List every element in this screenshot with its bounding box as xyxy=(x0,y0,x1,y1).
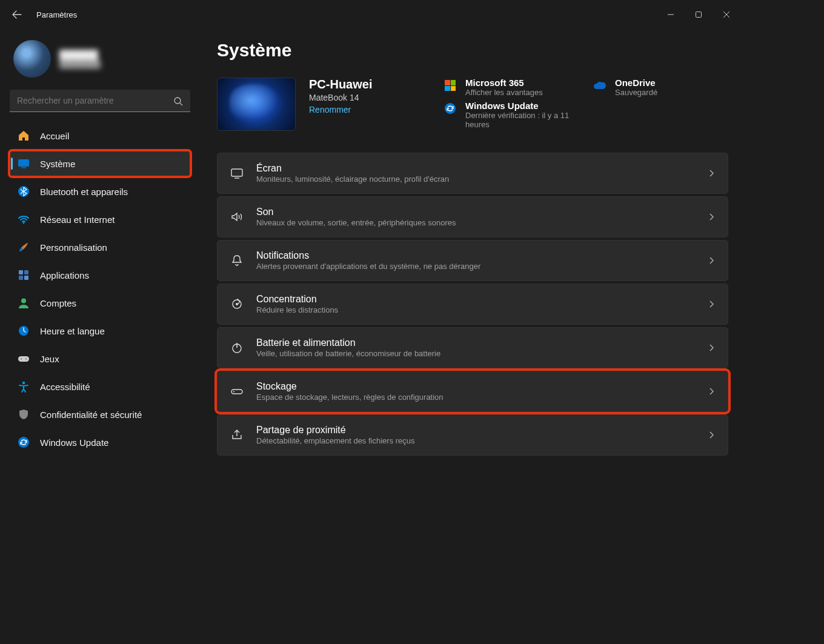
settings-list: Écran Moniteurs, luminosité, éclairage n… xyxy=(217,153,728,456)
setting-sub: Moniteurs, luminosité, éclairage nocturn… xyxy=(256,174,695,184)
profile-section[interactable]: ██████ ████████ xyxy=(10,35,190,90)
minimize-button[interactable] xyxy=(657,5,685,24)
chevron-right-icon xyxy=(707,213,716,221)
svg-rect-12 xyxy=(18,356,29,362)
power-icon xyxy=(230,340,244,355)
gamepad-icon xyxy=(17,352,30,365)
svg-rect-9 xyxy=(24,276,28,280)
status-sub: Afficher les avantages xyxy=(465,88,543,97)
device-name: PC-Huawei xyxy=(309,78,430,91)
setting-notifications[interactable]: Notifications Alertes provenant d'applic… xyxy=(217,240,728,281)
sidebar-item-label: Bluetooth et appareils xyxy=(40,187,128,197)
setting-sound[interactable]: Son Niveaux de volume, sortie, entrée, p… xyxy=(217,196,728,237)
focus-icon xyxy=(230,297,244,311)
maximize-icon xyxy=(695,11,702,18)
sidebar-item-personalization[interactable]: Personnalisation xyxy=(10,234,190,260)
bluetooth-icon xyxy=(17,185,30,198)
avatar xyxy=(13,40,51,78)
sidebar-item-privacy[interactable]: Confidentialité et sécurité xyxy=(10,402,190,427)
setting-title: Concentration xyxy=(256,294,695,305)
sidebar-item-accessibility[interactable]: Accessibilité xyxy=(10,374,190,399)
svg-rect-8 xyxy=(19,276,23,280)
sidebar-item-label: Confidentialité et sécurité xyxy=(40,410,142,420)
setting-sub: Veille, utilisation de batterie, économi… xyxy=(256,349,695,358)
svg-rect-2 xyxy=(18,159,29,167)
svg-rect-18 xyxy=(231,169,242,176)
setting-sub: Espace de stockage, lecteurs, règles de … xyxy=(256,393,695,402)
svg-rect-0 xyxy=(696,12,702,18)
sidebar-item-apps[interactable]: Applications xyxy=(10,262,190,288)
search-box[interactable] xyxy=(10,90,190,112)
device-model: MateBook 14 xyxy=(309,93,430,102)
svg-point-17 xyxy=(445,103,456,114)
status-sub: Sauvegardé xyxy=(615,88,657,97)
clock-globe-icon xyxy=(17,324,30,337)
page-title: Système xyxy=(217,40,728,61)
device-thumbnail[interactable] xyxy=(217,78,296,131)
close-button[interactable] xyxy=(713,5,740,24)
sidebar-item-gaming[interactable]: Jeux xyxy=(10,346,190,371)
status-onedrive[interactable]: OneDrive Sauvegardé xyxy=(593,78,728,97)
search-input[interactable] xyxy=(10,90,190,112)
setting-sub: Détectabilité, emplacement des fichiers … xyxy=(256,436,695,445)
sidebar-item-label: Accessibilité xyxy=(40,382,90,392)
sync-icon xyxy=(17,436,30,449)
sidebar-item-label: Accueil xyxy=(40,131,69,141)
sidebar-item-system[interactable]: Système xyxy=(10,151,190,176)
share-icon xyxy=(230,428,244,442)
svg-point-23 xyxy=(233,391,234,393)
sidebar-item-label: Heure et langue xyxy=(40,326,105,336)
home-icon xyxy=(17,129,30,142)
person-icon xyxy=(17,296,30,310)
svg-rect-3 xyxy=(21,167,26,168)
status-windows-update[interactable]: Windows Update Dernière vérification : i… xyxy=(444,101,579,129)
setting-title: Stockage xyxy=(256,381,695,392)
status-microsoft-365[interactable]: Microsoft 365 Afficher les avantages xyxy=(444,78,579,97)
shield-icon xyxy=(17,408,30,421)
sound-icon xyxy=(230,210,244,224)
setting-focus[interactable]: Concentration Réduire les distractions xyxy=(217,284,728,325)
svg-point-14 xyxy=(25,359,27,360)
wifi-icon xyxy=(17,213,30,226)
sidebar-item-label: Applications xyxy=(40,270,89,281)
sidebar-item-network[interactable]: Réseau et Internet xyxy=(10,207,190,232)
device-info: PC-Huawei MateBook 14 Renommer xyxy=(309,78,430,115)
minimize-icon xyxy=(667,11,674,18)
setting-nearby-sharing[interactable]: Partage de proximité Détectabilité, empl… xyxy=(217,414,728,456)
setting-sub: Niveaux de volume, sortie, entrée, périp… xyxy=(256,218,695,227)
sidebar-item-bluetooth[interactable]: Bluetooth et appareils xyxy=(10,179,190,204)
rename-link[interactable]: Renommer xyxy=(309,105,430,115)
profile-email: ████████ xyxy=(59,60,101,68)
sidebar-item-home[interactable]: Accueil xyxy=(10,123,190,148)
window-controls xyxy=(657,5,740,24)
back-button[interactable] xyxy=(5,2,29,27)
profile-name: ██████ xyxy=(59,50,101,60)
sidebar-item-label: Jeux xyxy=(40,354,59,364)
titlebar: Paramètres xyxy=(0,0,745,29)
search-icon xyxy=(173,96,183,106)
setting-title: Partage de proximité xyxy=(256,425,695,436)
apps-icon xyxy=(17,268,30,282)
sidebar-item-time-language[interactable]: Heure et langue xyxy=(10,318,190,344)
maximize-button[interactable] xyxy=(685,5,713,24)
brush-icon xyxy=(17,241,30,254)
close-icon xyxy=(723,11,730,18)
sidebar-item-label: Windows Update xyxy=(40,437,108,448)
setting-display[interactable]: Écran Moniteurs, luminosité, éclairage n… xyxy=(217,153,728,194)
sidebar-item-label: Réseau et Internet xyxy=(40,214,115,225)
chevron-right-icon xyxy=(707,387,716,396)
sidebar-item-label: Personnalisation xyxy=(40,242,107,253)
system-icon xyxy=(17,157,30,170)
svg-point-10 xyxy=(21,299,26,304)
profile-text: ██████ ████████ xyxy=(59,50,101,68)
setting-power[interactable]: Batterie et alimentation Veille, utilisa… xyxy=(217,327,728,368)
app-title: Paramètres xyxy=(36,10,77,19)
sidebar-item-label: Système xyxy=(40,159,75,169)
chevron-right-icon xyxy=(707,300,716,308)
sidebar-item-windows-update[interactable]: Windows Update xyxy=(10,430,190,455)
setting-storage[interactable]: Stockage Espace de stockage, lecteurs, r… xyxy=(217,371,728,412)
svg-point-15 xyxy=(22,382,25,385)
svg-point-5 xyxy=(23,222,25,224)
sidebar-item-accounts[interactable]: Comptes xyxy=(10,290,190,316)
windows-update-icon xyxy=(444,102,457,115)
